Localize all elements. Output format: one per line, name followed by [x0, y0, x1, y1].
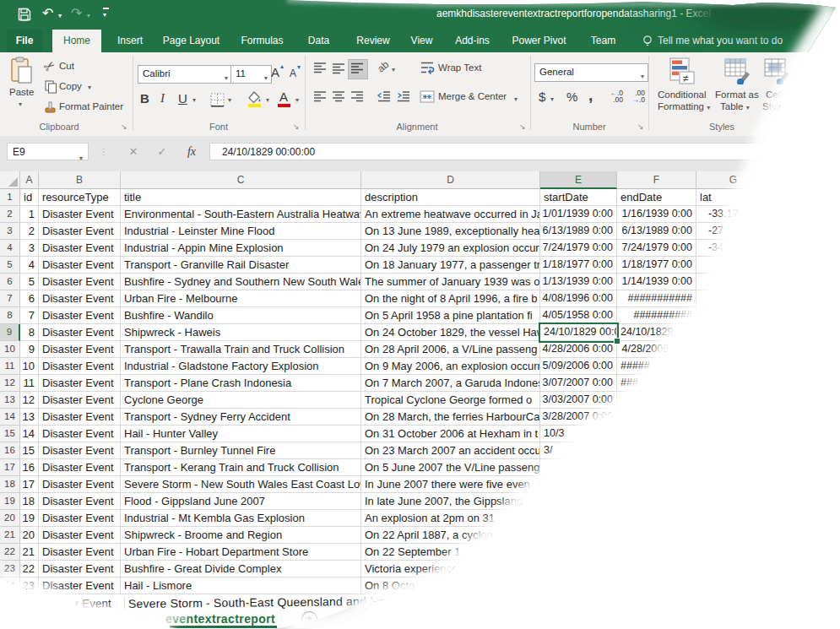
cell-F14[interactable]	[617, 409, 696, 426]
merge-center-icon[interactable]	[420, 89, 435, 104]
cell-B6[interactable]: Disaster Event	[39, 274, 121, 290]
ribbon-tab-team[interactable]: Team	[583, 30, 623, 52]
column-header-A[interactable]: A	[20, 171, 39, 189]
cell-A7[interactable]: 6	[20, 290, 39, 307]
cell-G12[interactable]	[696, 375, 771, 392]
format-as-table-dropdown-icon[interactable]: ▾	[746, 104, 750, 111]
row-header-20[interactable]: 20	[0, 510, 20, 527]
cell-E3[interactable]: 6/13/1989 0:00	[540, 223, 617, 240]
orientation-dropdown-icon[interactable]: ▾	[392, 66, 395, 73]
decrease-decimal-icon[interactable]: .00→.0	[628, 89, 645, 103]
ribbon-tab-add-ins[interactable]: Add-ins	[450, 30, 495, 52]
row-header-22[interactable]: 22	[0, 544, 20, 561]
cell-C16[interactable]: Transport - Burnley Tunnel Fire	[121, 442, 361, 459]
cell-D13[interactable]: Tropical Cyclone George formed o	[361, 392, 540, 409]
cell-B14[interactable]: Disaster Event	[39, 409, 121, 426]
cell-G24[interactable]	[696, 577, 771, 594]
format-painter-icon[interactable]	[44, 100, 57, 114]
cell-G18[interactable]	[696, 476, 771, 493]
cell-C23[interactable]: Bushfire - Great Divide Complex	[121, 561, 361, 577]
cell-B12[interactable]: Disaster Event	[39, 375, 121, 392]
cell-C2[interactable]: Environmental - South-Eastern Australia …	[121, 206, 361, 223]
name-box[interactable]: E9 ▾	[7, 143, 89, 160]
cell-G22[interactable]	[696, 544, 771, 561]
align-middle-icon[interactable]	[331, 62, 346, 75]
cell-G17[interactable]	[696, 459, 771, 476]
cell-F4[interactable]: 7/24/1979 0:00	[617, 240, 696, 257]
align-bottom-icon[interactable]	[350, 62, 365, 75]
row-header-21[interactable]: 21	[0, 527, 20, 544]
cell-B24[interactable]: Disaster Event	[39, 577, 121, 594]
cancel-icon[interactable]: ✕	[125, 143, 142, 160]
cell-B7[interactable]: Disaster Event	[39, 290, 121, 307]
borders-icon[interactable]	[210, 93, 225, 107]
cell-C9[interactable]: Shipwreck - Haweis	[121, 324, 361, 341]
cell-G21[interactable]	[696, 527, 771, 544]
cell-C13[interactable]: Cyclone George	[121, 392, 361, 409]
cell-F8[interactable]: ##########	[617, 307, 696, 324]
cell-E15[interactable]: 10/3	[540, 426, 617, 442]
fill-color-dropdown-icon[interactable]: ▾	[266, 96, 269, 104]
cell-F17[interactable]	[617, 459, 696, 476]
cell-F11[interactable]: #####	[617, 358, 696, 375]
merge-center-dropdown-icon[interactable]: ▾	[514, 95, 518, 103]
row-header-10[interactable]: 10	[0, 341, 20, 358]
cell-A9[interactable]: 8	[20, 324, 39, 341]
bold-button[interactable]: B	[140, 91, 149, 106]
column-header-E[interactable]: E	[540, 171, 617, 189]
row-header-3[interactable]: 3	[0, 223, 20, 240]
cell-D4[interactable]: On 24 July 1979 an explosion occurr	[361, 240, 540, 257]
increase-font-icon[interactable]: A▴	[271, 65, 279, 79]
cell-F3[interactable]: 6/13/1989 0:00	[617, 223, 696, 240]
cell-B21[interactable]: Disaster Event	[39, 527, 121, 544]
cell-C4[interactable]: Industrial - Appin Mine Explosion	[121, 240, 361, 257]
cell-B18[interactable]: Disaster Event	[39, 476, 121, 493]
copy-icon[interactable]	[45, 80, 57, 94]
font-dialog-launcher-icon[interactable]: ↘	[293, 122, 301, 131]
cell-E6[interactable]: 1/13/1939 0:00	[540, 274, 617, 290]
cell-E19[interactable]	[540, 493, 617, 510]
cell-C5[interactable]: Transport - Granville Rail Disaster	[121, 257, 361, 274]
cell-C18[interactable]: Severe Storm - New South Wales East Coas…	[121, 476, 361, 493]
row-header-16[interactable]: 16	[0, 442, 20, 459]
row-header-7[interactable]: 7	[0, 290, 20, 307]
cell-A15[interactable]: 14	[20, 426, 39, 442]
row-header-23[interactable]: 23	[0, 561, 20, 577]
cell-D17[interactable]: On 5 June 2007 the V/Line passeng	[361, 459, 540, 476]
cell-C19[interactable]: Flood - Gippsland June 2007	[121, 493, 361, 510]
conditional-formatting-button[interactable]: Conditional	[658, 89, 707, 100]
cell-G5[interactable]	[696, 257, 771, 274]
ribbon-tab-home[interactable]: Home	[52, 30, 101, 52]
cell-A16[interactable]: 15	[20, 442, 39, 459]
cell-D21[interactable]: On 22 April 1887, a cyclone	[361, 527, 540, 544]
italic-button[interactable]: I	[160, 91, 165, 106]
align-left-icon[interactable]	[312, 90, 328, 104]
cell-B4[interactable]: Disaster Event	[39, 240, 121, 257]
cut-button[interactable]: Cut	[59, 61, 74, 71]
cell-G14[interactable]	[696, 409, 771, 426]
cell-E11[interactable]: 5/09/2006 0:00	[540, 358, 617, 375]
cell-D9[interactable]: On 24 October 1829, the vessel Haw	[361, 324, 540, 341]
selection-fill-handle[interactable]	[614, 338, 621, 344]
cell-A21[interactable]: 20	[20, 527, 39, 544]
cell-E7[interactable]: 4/08/1996 0:00	[540, 290, 617, 307]
cell-B19[interactable]: Disaster Event	[39, 493, 121, 510]
name-box-dropdown-icon[interactable]: ▾	[79, 149, 83, 167]
cell-B3[interactable]: Disaster Event	[39, 223, 121, 240]
cell-styles-button[interactable]: Cell	[766, 89, 783, 100]
decrease-font-icon[interactable]: A▾	[290, 68, 296, 79]
cell-F2[interactable]: 1/16/1939 0:00	[617, 206, 696, 223]
underline-button[interactable]: U	[178, 91, 187, 106]
clipboard-dialog-launcher-icon[interactable]: ↘	[121, 122, 129, 131]
conditional-formatting-icon[interactable]: ≠	[669, 57, 695, 84]
paste-dropdown-icon[interactable]: ▾	[19, 100, 22, 108]
row-header-14[interactable]: 14	[0, 409, 20, 426]
undo-icon[interactable]: ↶	[42, 7, 53, 19]
column-header-C[interactable]: C	[121, 171, 361, 189]
cell-F5[interactable]: 1/18/1977 0:00	[617, 257, 696, 274]
cell-A1[interactable]: id	[20, 189, 39, 206]
cell-B17[interactable]: Disaster Event	[39, 459, 121, 476]
ribbon-tab-page-layout[interactable]: Page Layout	[157, 30, 225, 52]
cell-styles-icon[interactable]	[764, 57, 791, 84]
cell-F23[interactable]	[617, 561, 696, 577]
